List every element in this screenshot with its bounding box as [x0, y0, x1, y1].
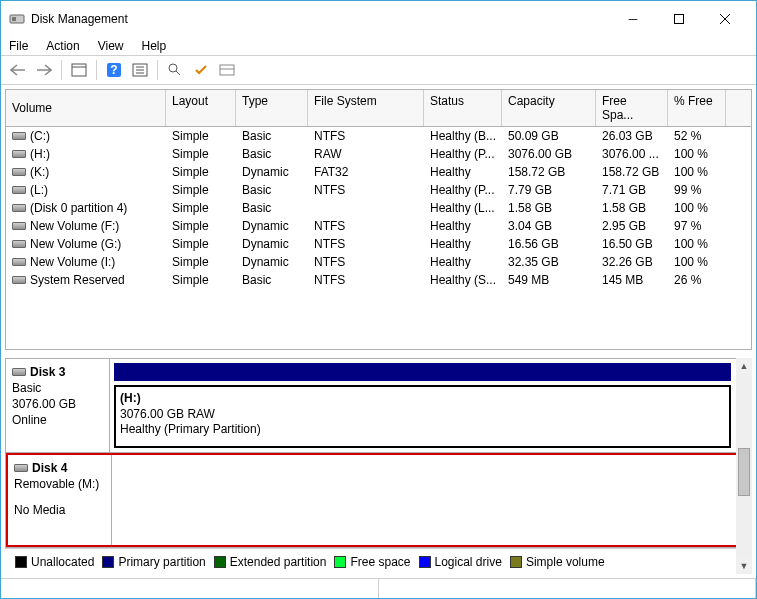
volume-layout: Simple — [166, 182, 236, 198]
back-button[interactable] — [7, 59, 29, 81]
volume-name: New Volume (F:) — [30, 219, 119, 233]
volume-name: (H:) — [30, 147, 50, 161]
th-spacer — [726, 90, 751, 126]
menu-view[interactable]: View — [98, 39, 124, 53]
th-pct-free[interactable]: % Free — [668, 90, 726, 126]
find-button[interactable] — [164, 59, 186, 81]
volume-type: Dynamic — [236, 164, 308, 180]
volume-layout: Simple — [166, 236, 236, 252]
volume-capacity: 7.79 GB — [502, 182, 596, 198]
legend-extended: Extended partition — [230, 555, 327, 569]
table-header: Volume Layout Type File System Status Ca… — [6, 90, 751, 127]
swatch-unallocated — [15, 556, 27, 568]
volume-type: Basic — [236, 200, 308, 216]
th-volume[interactable]: Volume — [6, 90, 166, 126]
disk3-part-status: Healthy (Primary Partition) — [120, 422, 725, 438]
th-free[interactable]: Free Spa... — [596, 90, 668, 126]
table-row[interactable]: (C:)SimpleBasicNTFSHealthy (B...50.09 GB… — [6, 127, 751, 145]
disk3-name: Disk 3 — [30, 365, 65, 379]
help-button[interactable]: ? — [103, 59, 125, 81]
volume-icon — [12, 204, 26, 212]
volume-name: New Volume (G:) — [30, 237, 121, 251]
forward-button[interactable] — [33, 59, 55, 81]
volume-pct-free: 100 % — [668, 236, 726, 252]
volume-capacity: 50.09 GB — [502, 128, 596, 144]
check-button[interactable] — [190, 59, 212, 81]
volume-free: 16.50 GB — [596, 236, 668, 252]
volume-pct-free: 52 % — [668, 128, 726, 144]
titlebar: Disk Management — [1, 1, 756, 37]
swatch-primary — [102, 556, 114, 568]
disk-graphic-pane: Disk 3 Basic 3076.00 GB Online (H:) 3076… — [5, 358, 752, 574]
svg-rect-1 — [12, 17, 16, 21]
volume-type: Basic — [236, 272, 308, 288]
th-status[interactable]: Status — [424, 90, 502, 126]
volume-status: Healthy (P... — [424, 146, 502, 162]
volume-status: Healthy (L... — [424, 200, 502, 216]
legend-logical: Logical drive — [435, 555, 502, 569]
table-row[interactable]: New Volume (G:)SimpleDynamicNTFSHealthy1… — [6, 235, 751, 253]
volume-icon — [12, 186, 26, 194]
volume-icon — [12, 150, 26, 158]
th-type[interactable]: Type — [236, 90, 308, 126]
maximize-button[interactable] — [656, 7, 702, 31]
volume-pct-free: 100 % — [668, 254, 726, 270]
svg-point-13 — [169, 64, 177, 72]
table-row[interactable]: (Disk 0 partition 4)SimpleBasicHealthy (… — [6, 199, 751, 217]
volume-name: (K:) — [30, 165, 49, 179]
properties-button[interactable] — [68, 59, 90, 81]
volume-pct-free: 100 % — [668, 164, 726, 180]
svg-line-14 — [176, 71, 180, 75]
volume-fs: NTFS — [308, 254, 424, 270]
minimize-button[interactable] — [610, 7, 656, 31]
toolbar: ? — [1, 56, 756, 85]
menu-file[interactable]: File — [9, 39, 28, 53]
close-button[interactable] — [702, 7, 748, 31]
volume-icon — [12, 168, 26, 176]
swatch-free — [334, 556, 346, 568]
disk3-capacity-bar — [114, 363, 731, 381]
volume-pct-free: 100 % — [668, 146, 726, 162]
legend: Unallocated Primary partition Extended p… — [5, 548, 752, 574]
menu-action[interactable]: Action — [46, 39, 79, 53]
volume-layout: Simple — [166, 146, 236, 162]
volume-free: 26.03 GB — [596, 128, 668, 144]
volume-name: (Disk 0 partition 4) — [30, 201, 127, 215]
volume-free: 145 MB — [596, 272, 668, 288]
disk-row-disk3[interactable]: Disk 3 Basic 3076.00 GB Online (H:) 3076… — [6, 359, 751, 453]
refresh-button[interactable] — [129, 59, 151, 81]
volume-pct-free: 26 % — [668, 272, 726, 288]
volume-icon — [12, 222, 26, 230]
volume-type: Dynamic — [236, 236, 308, 252]
disk-icon — [12, 368, 26, 376]
table-row[interactable]: (L:)SimpleBasicNTFSHealthy (P...7.79 GB7… — [6, 181, 751, 199]
table-row[interactable]: (H:)SimpleBasicRAWHealthy (P...3076.00 G… — [6, 145, 751, 163]
table-row[interactable]: System ReservedSimpleBasicNTFSHealthy (S… — [6, 271, 751, 289]
volume-type: Dynamic — [236, 254, 308, 270]
menu-help[interactable]: Help — [142, 39, 167, 53]
th-capacity[interactable]: Capacity — [502, 90, 596, 126]
disk3-sidebar: Disk 3 Basic 3076.00 GB Online — [6, 359, 110, 452]
scroll-thumb[interactable] — [736, 374, 752, 558]
volume-type: Basic — [236, 182, 308, 198]
th-filesystem[interactable]: File System — [308, 90, 424, 126]
table-row[interactable]: New Volume (F:)SimpleDynamicNTFSHealthy3… — [6, 217, 751, 235]
list-button[interactable] — [216, 59, 238, 81]
table-row[interactable]: New Volume (I:)SimpleDynamicNTFSHealthy3… — [6, 253, 751, 271]
volume-icon — [12, 240, 26, 248]
vertical-scrollbar[interactable]: ▲ ▼ — [736, 358, 752, 574]
volume-icon — [12, 132, 26, 140]
table-row[interactable]: (K:)SimpleDynamicFAT32Healthy158.72 GB15… — [6, 163, 751, 181]
disk3-size: 3076.00 GB — [12, 397, 103, 411]
volume-fs: FAT32 — [308, 164, 424, 180]
disk4-type: Removable (M:) — [14, 477, 105, 491]
legend-free: Free space — [350, 555, 410, 569]
disk3-partition[interactable]: (H:) 3076.00 GB RAW Healthy (Primary Par… — [114, 385, 731, 448]
disk3-type: Basic — [12, 381, 103, 395]
th-layout[interactable]: Layout — [166, 90, 236, 126]
scroll-up-button[interactable]: ▲ — [736, 358, 752, 374]
swatch-logical — [419, 556, 431, 568]
scroll-down-button[interactable]: ▼ — [736, 558, 752, 574]
volume-capacity: 158.72 GB — [502, 164, 596, 180]
disk-row-disk4[interactable]: Disk 4 Removable (M:) No Media — [6, 453, 751, 547]
